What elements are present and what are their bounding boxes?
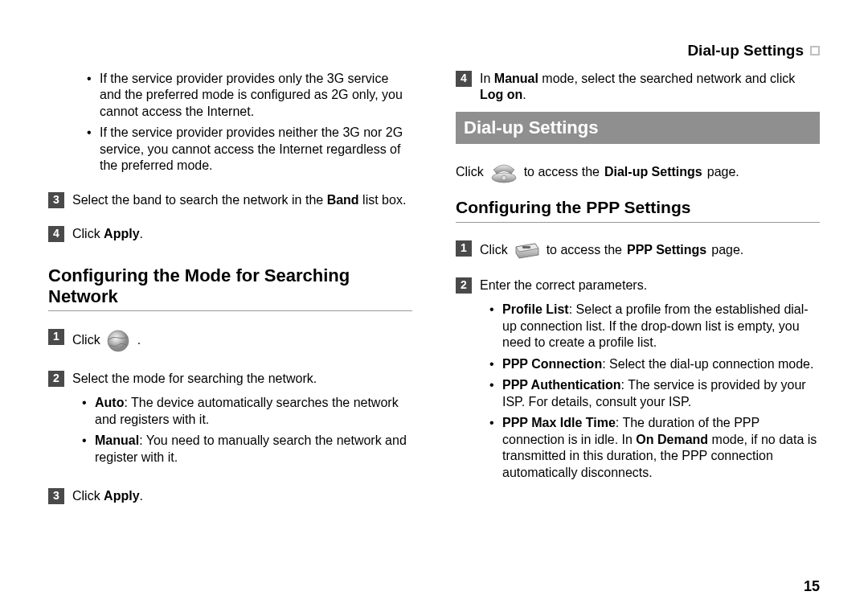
intro-text-mid: to access the [524,164,600,180]
bold-apply: Apply [104,227,139,240]
step-number-icon: 2 [48,371,64,387]
step-select-band: 3 Select the band to search the network … [48,192,412,208]
section-configuring-search-mode: Configuring the Mode for Searching Netwo… [48,265,412,311]
page-header: Dial-up Settings [687,42,820,60]
right-column: 4 In Manual mode, select the searched ne… [456,71,820,504]
note-item: If the service provider provides only th… [87,71,412,120]
ppp-parameters-list: Profile List: Select a profile from the … [489,302,820,481]
step-number-icon: 2 [456,277,472,294]
step-number-icon: 4 [456,71,472,87]
list-item: Profile List: Select a profile from the … [489,302,820,351]
bold-logon: Log on [480,88,522,101]
step-number-icon: 3 [48,192,64,208]
step-number-icon: 1 [48,329,64,345]
section-bar-dialup: Dial-up Settings [456,112,820,144]
list-item: Manual: You need to manually search the … [82,433,412,466]
list-item: Auto: The device automatically searches … [82,395,412,428]
svg-point-2 [502,175,506,180]
step-enter-parameters: 2 Enter the correct parameters. Profile … [456,277,820,486]
step-text: Click [72,227,104,240]
step-text-post: . [140,227,143,240]
step-text: Enter the correct parameters. [480,278,647,292]
manual-page: Dial-up Settings If the service provider… [0,0,868,616]
step-click-globe: 1 Click . [48,329,412,353]
item-text: : You need to manually search the networ… [95,433,407,463]
item-text: : The device automatically searches the … [95,396,399,425]
list-item: PPP Authentication: The service is provi… [489,377,820,410]
bold-on-demand: On Demand [636,433,708,446]
subsection-ppp-settings: Configuring the PPP Settings [456,197,820,223]
step-body: Select the mode for searching the networ… [72,371,412,470]
step-text: Select the band to search the network in… [72,193,327,207]
step-text-post: list box. [359,193,407,207]
item-text: : Select the dial-up connection mode. [602,357,813,371]
bold-profile-list: Profile List [502,302,569,316]
step-click-apply-2: 3 Click Apply. [48,488,412,504]
bold-manual: Manual [95,433,139,447]
step-select-mode: 2 Select the mode for searching the netw… [48,371,412,470]
bold-dialup-settings: Dial-up Settings [604,164,702,180]
step-text-mid: to access the [547,242,622,258]
step-manual-logon: 4 In Manual mode, select the searched ne… [456,71,820,104]
modem-icon [513,240,542,260]
step-text: Click [72,332,100,348]
step-number-icon: 4 [48,226,64,242]
step-click-apply: 4 Click Apply. [48,226,412,242]
bold-manual: Manual [494,72,538,85]
bold-ppp-idle: PPP Max Idle Time [502,416,616,429]
step-text-post: . [522,88,526,101]
step-number-icon: 3 [48,488,64,504]
page-number: 15 [804,578,820,595]
step-body: Click to access the PPP Settings page. [480,240,820,260]
globe-icon [105,329,133,353]
phone-icon [489,160,519,184]
step-body: Click Apply. [72,226,412,242]
step-text: Select the mode for searching the networ… [72,372,317,385]
note-item: If the service provider provides neither… [87,125,412,174]
left-column: If the service provider provides only th… [48,71,412,504]
step-body: Click Apply. [72,488,412,504]
bold-ppp-auth: PPP Authentication [502,378,621,392]
step-click-modem: 1 Click to access the PPP Settings page. [456,240,820,260]
step-text-mid: mode, select the searched network and cl… [538,72,795,85]
list-item: PPP Connection: Select the dial-up conne… [489,356,820,372]
step-body: Click . [72,329,412,353]
header-title: Dial-up Settings [687,42,804,60]
header-box-icon [810,46,820,55]
mode-options-list: Auto: The device automatically searches … [82,395,412,466]
intro-dialup-settings: Click to access the Dial-up Settings pag… [456,160,820,184]
step-body: Enter the correct parameters. Profile Li… [480,277,820,486]
svg-rect-3 [522,246,530,248]
svg-point-0 [108,331,129,351]
step-text: In [480,72,494,85]
intro-text-pre: Click [456,164,484,180]
bold-ppp-connection: PPP Connection [502,357,602,371]
two-column-layout: If the service provider provides only th… [48,71,820,504]
step-text: Click [72,489,104,503]
step-body: Select the band to search the network in… [72,192,412,208]
bold-band: Band [327,193,359,207]
step-text-post: . [140,489,143,503]
bold-auto: Auto [95,396,124,409]
bold-ppp-settings: PPP Settings [627,242,706,258]
step-text-post: page. [711,242,743,258]
service-notes-list: If the service provider provides only th… [87,71,412,175]
step-body: In Manual mode, select the searched netw… [480,71,820,104]
step-text: Click [480,242,508,258]
bold-apply: Apply [104,489,139,503]
step-number-icon: 1 [456,240,472,257]
step-text-post: . [137,332,141,348]
list-item: PPP Max Idle Time: The duration of the P… [489,415,820,481]
intro-text-post: page. [707,164,739,180]
